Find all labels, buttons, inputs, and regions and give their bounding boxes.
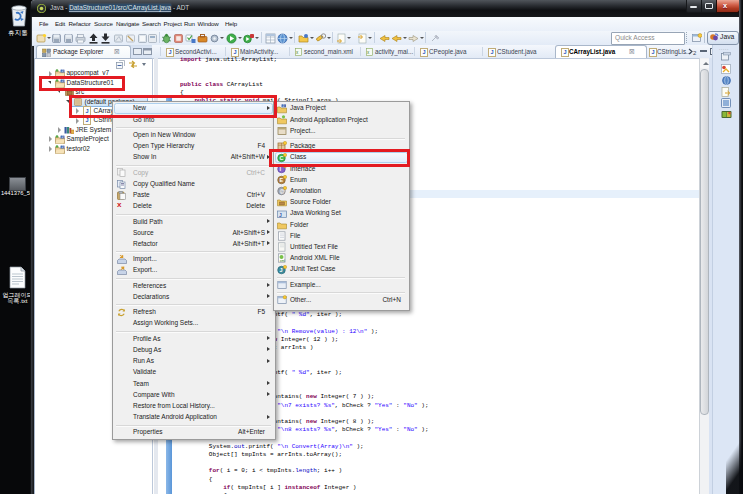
svg-text:2: 2 xyxy=(693,50,697,56)
svg-text:E: E xyxy=(279,177,283,183)
svg-text:J: J xyxy=(62,135,64,139)
svg-text:J: J xyxy=(279,267,282,273)
svg-text:J: J xyxy=(279,211,282,217)
svg-text:J: J xyxy=(62,69,64,73)
svg-text:J: J xyxy=(62,145,64,149)
svg-text:xml: xml xyxy=(279,259,285,263)
